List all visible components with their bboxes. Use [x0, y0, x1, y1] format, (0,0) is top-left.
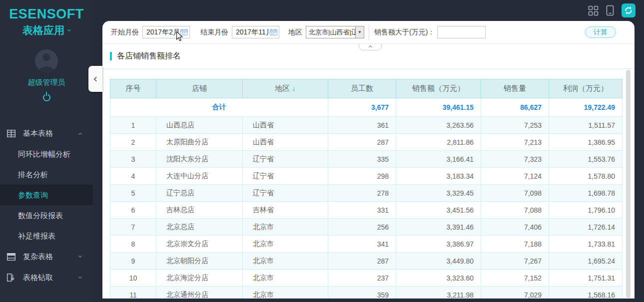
table-cell: 太原阳曲分店: [156, 134, 243, 151]
table-header-row: 序号店铺地区 ↓员工数销售额（万元）销售量利润（万元）: [110, 79, 623, 98]
column-header[interactable]: 序号: [110, 79, 156, 98]
table-cell: 361: [328, 117, 396, 134]
title-accent-bar: [110, 52, 112, 60]
sort-desc-icon[interactable]: ↓: [290, 84, 296, 92]
sidebar-collapse-handle[interactable]: [88, 66, 102, 92]
total-value: 86,627: [481, 98, 549, 117]
table-cell: 1,568.16: [549, 287, 623, 299]
table-cell: 3,329.45: [396, 185, 481, 202]
table-cell: 3,451.56: [396, 202, 481, 219]
table-row: 4大连中山分店辽宁省2983,183.347,1241,578.80: [110, 168, 623, 185]
table-cell: 7,098: [481, 185, 549, 202]
total-label: 合计: [110, 98, 328, 117]
table-cell: 2: [110, 134, 156, 151]
table-cell: 9: [110, 253, 156, 270]
filter-divider: [369, 24, 369, 40]
table-cell: 7: [110, 219, 156, 236]
column-header[interactable]: 店铺: [156, 79, 243, 98]
table-cell: 北京市: [243, 287, 328, 299]
region-label: 地区: [288, 28, 302, 37]
table-cell: 北京市: [243, 270, 328, 287]
refresh-icon[interactable]: [622, 3, 636, 17]
table-cell: 3,449.80: [396, 253, 481, 270]
dropdown-arrow-icon[interactable]: ▼: [355, 26, 364, 38]
end-month-label: 结束月份: [200, 28, 228, 37]
sidebar-subitem-参数查询[interactable]: 参数查询: [0, 185, 93, 205]
table-cell: 8: [110, 236, 156, 253]
table-cell: 1,386.95: [549, 134, 623, 151]
table-cell: 7,267: [481, 253, 549, 270]
table-cell: 7,029: [481, 287, 549, 299]
filterbar-collapse-notch[interactable]: [359, 44, 382, 50]
table-cell: 吉林总店: [156, 202, 243, 219]
start-month-label: 开始月份: [111, 28, 139, 37]
topbar-icons: [588, 3, 636, 17]
table-cell: 7,323: [481, 151, 549, 168]
ranking-table: 序号店铺地区 ↓员工数销售额（万元）销售量利润（万元） 合计3,67739,46…: [110, 79, 623, 299]
table-cell: 3,211.98: [396, 287, 481, 299]
sidebar-subitem-排名分析[interactable]: 排名分析: [0, 164, 93, 185]
table-row: 5辽宁总店辽宁省2783,329.457,0981,698.78: [110, 185, 623, 202]
table-cell: 1,578.80: [549, 168, 623, 185]
table-cell: 7,088: [481, 202, 549, 219]
table-cell: 3: [110, 151, 156, 168]
table-cell: 1,726.14: [549, 219, 623, 236]
logo-subtitle: 表格应用: [22, 23, 64, 37]
logo: ESENSOFT 表格应用: [0, 0, 93, 37]
grid-apps-icon[interactable]: [588, 5, 599, 16]
table-cell: 11: [110, 287, 156, 299]
total-value: 3,677: [328, 98, 396, 117]
sidebar-subitem-数值分段报表[interactable]: 数值分段报表: [0, 205, 93, 226]
logout-power-icon[interactable]: [43, 94, 50, 101]
table-cell: 北京朝阳分店: [156, 253, 243, 270]
chevron-down-icon[interactable]: [67, 28, 71, 31]
table-cell: 331: [328, 202, 396, 219]
sidebar-subitem-同环比增幅分析[interactable]: 同环比增幅分析: [0, 144, 93, 164]
table-cell: 10: [110, 270, 156, 287]
table-cell: 北京通州分店: [156, 287, 243, 299]
user-block: 超级管理员: [0, 49, 93, 101]
table-total-row: 合计3,67739,461.1586,62719,722.49: [110, 98, 623, 117]
table-cell: 6: [110, 202, 156, 219]
filter-bar: 开始月份 结束月份: [102, 21, 635, 44]
calendar-icon[interactable]: [180, 28, 188, 36]
table-cell: 3,386.97: [396, 236, 481, 253]
sidebar-subitem-补足维报表[interactable]: 补足维报表: [0, 226, 93, 246]
basic-table-icon: [7, 130, 16, 137]
table-cell: 5: [110, 185, 156, 202]
table-cell: 3,323.60: [396, 270, 481, 287]
sales-threshold-input[interactable]: [437, 26, 486, 38]
calculate-button[interactable]: 计算: [585, 26, 616, 38]
table-cell: 7,253: [481, 117, 549, 134]
table-body: 1山西总店山西省3613,263.567,2531,511.572太原阳曲分店山…: [110, 117, 623, 299]
column-header[interactable]: 销售额（万元）: [396, 79, 481, 98]
sales-threshold-label: 销售额大于(万元)：: [374, 28, 435, 37]
table-cell: 北京市: [243, 236, 328, 253]
table-cell: 1,733.81: [549, 236, 623, 253]
table-cell: 3,166.41: [396, 151, 481, 168]
table-cell: 256: [328, 219, 396, 236]
vertical-scrollbar[interactable]: [626, 70, 631, 298]
avatar: [35, 49, 58, 72]
table-cell: 278: [328, 185, 396, 202]
column-header[interactable]: 员工数: [328, 79, 396, 98]
table-row: 1山西总店山西省3613,263.567,2531,511.57: [110, 117, 623, 134]
mobile-preview-icon[interactable]: [606, 5, 614, 16]
table-cell: 7,188: [481, 236, 549, 253]
calendar-icon[interactable]: [270, 28, 277, 36]
table-row: 3沈阳大东分店辽宁省3353,166.417,3231,553.76: [110, 151, 623, 168]
sidebar-item-基本表格[interactable]: 基本表格: [0, 123, 93, 144]
column-header[interactable]: 销售量: [481, 79, 549, 98]
complex-table-icon: [7, 253, 16, 261]
table-row: 11北京通州分店北京市3593,211.987,0291,568.16: [110, 287, 623, 299]
chevron-up-icon: [78, 132, 82, 136]
table-cell: 1,695.24: [549, 253, 623, 270]
column-header[interactable]: 利润（万元）: [549, 79, 623, 98]
region-select[interactable]: 北京市|山西省|辽 ▼: [306, 26, 364, 38]
table-row: 10北京海淀分店北京市2373,323.607,1521,751.31: [110, 270, 623, 287]
table-cell: 沈阳大东分店: [156, 151, 243, 168]
column-header[interactable]: 地区 ↓: [243, 79, 328, 98]
sidebar-item-表格钻取[interactable]: 表格钻取: [0, 267, 93, 288]
sidebar-item-复杂表格[interactable]: 复杂表格: [0, 246, 93, 267]
table-cell: 北京总店: [156, 219, 243, 236]
